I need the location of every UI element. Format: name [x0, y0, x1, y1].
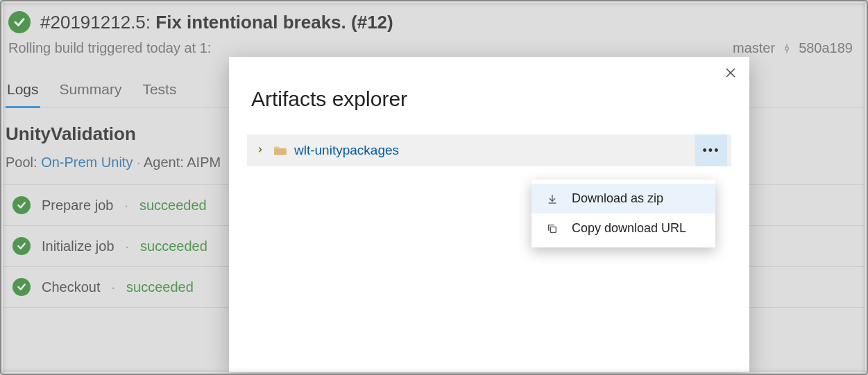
check-icon — [12, 237, 31, 255]
folder-icon — [273, 145, 287, 156]
step-name: Prepare job — [42, 198, 113, 213]
step-result: succeeded — [126, 279, 194, 295]
menu-item-label: Download as zip — [572, 191, 663, 206]
branch-name[interactable]: master — [733, 40, 775, 56]
build-number: #20191212.5: — [40, 12, 151, 33]
agent-label: Agent: AIPM — [144, 155, 221, 170]
check-icon — [12, 196, 31, 214]
artifact-row[interactable]: wlt-unitypackages ••• — [247, 134, 731, 166]
menu-copy-url[interactable]: Copy download URL — [531, 213, 715, 243]
svg-rect-7 — [550, 227, 556, 232]
step-result: succeeded — [139, 198, 207, 213]
more-actions-button[interactable]: ••• — [695, 134, 727, 166]
pool-link[interactable]: On-Prem Unity — [41, 155, 133, 170]
close-button[interactable] — [724, 67, 737, 82]
menu-download-zip[interactable]: Download as zip — [531, 184, 715, 213]
tab-summary[interactable]: Summary — [58, 81, 124, 107]
menu-item-label: Copy download URL — [572, 221, 686, 236]
step-result: succeeded — [140, 238, 207, 254]
pool-label: Pool: — [6, 155, 37, 170]
commit-icon — [782, 44, 792, 53]
check-icon — [12, 278, 31, 296]
artifact-name[interactable]: wlt-unitypackages — [294, 143, 399, 158]
build-status-icon — [8, 11, 31, 33]
build-name: Fix intentional breaks. (#12) — [155, 12, 393, 33]
copy-icon — [545, 223, 559, 234]
chevron-right-icon[interactable] — [254, 144, 266, 157]
svg-point-0 — [785, 46, 789, 50]
build-title: #20191212.5: Fix intentional breaks. (#1… — [40, 12, 393, 33]
dialog-title: Artifacts explorer — [229, 57, 749, 111]
context-menu: Download as zip Copy download URL — [531, 180, 715, 247]
tab-tests[interactable]: Tests — [141, 81, 178, 107]
download-icon — [545, 193, 559, 204]
commit-hash[interactable]: 580a189 — [799, 40, 853, 56]
step-name: Initialize job — [42, 238, 114, 254]
trigger-text: Rolling build triggered today at 1: — [8, 40, 211, 56]
tab-logs[interactable]: Logs — [6, 81, 40, 108]
step-name: Checkout — [42, 279, 101, 295]
